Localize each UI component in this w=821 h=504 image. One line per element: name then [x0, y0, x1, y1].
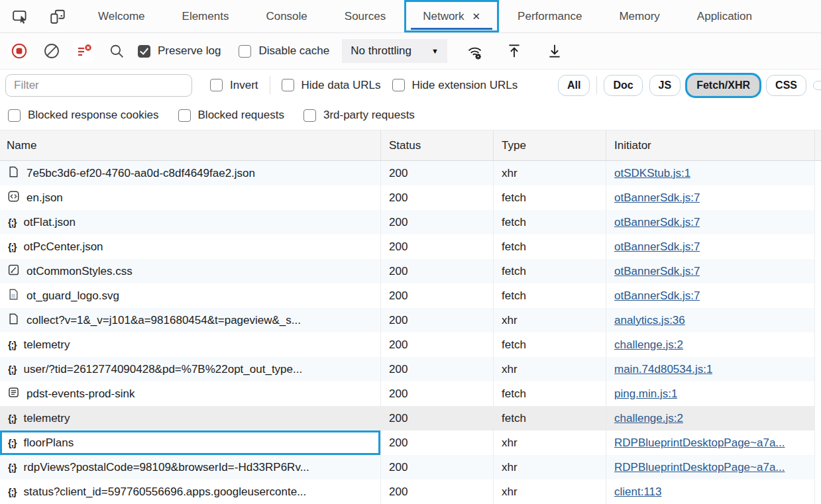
blocked-response-cookies-checkbox[interactable]: Blocked response cookies — [8, 109, 159, 122]
request-name: status?client_id=597760556696.apps.googl… — [24, 485, 307, 499]
column-header-name[interactable]: Name — [0, 130, 381, 160]
type-filter-all[interactable]: All — [558, 75, 590, 96]
throttling-dropdown[interactable]: No throttling ▼ — [342, 39, 447, 63]
search-icon[interactable] — [105, 40, 128, 62]
initiator-link[interactable]: ping.min.js:1 — [614, 387, 677, 401]
request-type: fetch — [494, 406, 606, 430]
tab-application[interactable]: Application — [679, 0, 771, 32]
network-toolbar: Preserve log Disable cache No throttling… — [0, 33, 821, 70]
initiator-link[interactable]: analytics.js:36 — [614, 314, 685, 327]
throttling-value: No throttling — [351, 44, 411, 58]
tab-performance[interactable]: Performance — [499, 0, 600, 32]
initiator-link[interactable]: challenge.js:2 — [614, 338, 683, 352]
request-status: 200 — [381, 210, 494, 234]
initiator-link[interactable]: otBannerSdk.js:7 — [614, 191, 700, 205]
export-har-icon[interactable] — [543, 40, 566, 62]
checkbox-box — [210, 79, 223, 91]
initiator-link[interactable]: otBannerSdk.js:7 — [614, 289, 700, 303]
table-row[interactable]: otCommonStyles.css 200 fetch otBannerSdk… — [0, 259, 821, 283]
column-header-status[interactable]: Status — [381, 130, 494, 160]
checkbox-label: Preserve log — [158, 44, 221, 58]
document-icon — [8, 166, 19, 181]
tab-elements[interactable]: Elements — [164, 0, 248, 32]
hide-data-urls-checkbox[interactable]: Hide data URLs — [282, 79, 381, 92]
invert-checkbox[interactable]: Invert — [210, 79, 258, 92]
table-row[interactable]: {;} otPcCenter.json 200 fetch otBannerSd… — [0, 234, 821, 259]
request-name: otFlat.json — [24, 216, 76, 229]
record-network-log-icon[interactable] — [8, 40, 30, 62]
disable-cache-checkbox[interactable]: Disable cache — [239, 44, 329, 58]
preserve-log-checkbox[interactable]: Preserve log — [138, 44, 221, 58]
request-name-cell: collect?v=1&_v=j101&a=981680454&t=pagevi… — [0, 308, 381, 332]
type-filter-fetch-xhr[interactable]: Fetch/XHR — [687, 75, 759, 96]
initiator-link[interactable]: client:113 — [614, 485, 662, 499]
filter-input[interactable] — [5, 74, 192, 97]
type-filter-css[interactable]: CSS — [766, 75, 806, 96]
request-initiator-cell: main.74d80534.js:1 — [606, 357, 815, 381]
request-name-cell: {;} floorPlans — [0, 430, 381, 455]
initiator-link[interactable]: RDPBlueprintDesktopPage~a7a... — [614, 436, 785, 450]
type-filter-doc[interactable]: Doc — [604, 75, 642, 96]
filter-active-icon[interactable] — [73, 40, 95, 62]
request-status: 200 — [381, 406, 494, 430]
image-doc-icon — [8, 289, 19, 303]
column-header-type[interactable]: Type — [494, 130, 606, 160]
initiator-link[interactable]: otBannerSdk.js:7 — [614, 216, 700, 229]
tab-console[interactable]: Console — [247, 0, 325, 32]
type-filter-js[interactable]: JS — [649, 75, 681, 96]
braces-icon: {;} — [8, 412, 17, 425]
table-row[interactable]: {;} floorPlans 200 xhr RDPBlueprintDeskt… — [0, 430, 821, 455]
request-name-cell: {;} rdpViews?postalCode=98109&browserId=… — [0, 455, 381, 479]
table-row[interactable]: {;} otFlat.json 200 fetch otBannerSdk.js… — [0, 210, 821, 234]
initiator-link[interactable]: challenge.js:2 — [614, 412, 683, 425]
request-type: fetch — [494, 185, 606, 210]
initiator-link[interactable]: main.74d80534.js:1 — [614, 363, 712, 376]
type-filter-label: Fetch/XHR — [696, 79, 750, 91]
initiator-link[interactable]: otBannerSdk.js:7 — [614, 240, 700, 254]
checkbox-label: Blocked requests — [198, 109, 284, 122]
checkbox-label: Invert — [230, 79, 258, 92]
checkbox-label: Hide data URLs — [301, 79, 381, 92]
table-row[interactable]: {;} telemetry 200 fetch challenge.js:2 — [0, 406, 821, 430]
tab-welcome[interactable]: Welcome — [80, 0, 164, 32]
table-row[interactable]: {;} telemetry 200 fetch challenge.js:2 — [0, 332, 821, 357]
tab-network[interactable]: Network ✕ — [404, 0, 499, 32]
braces-icon: {;} — [8, 240, 17, 254]
table-row[interactable]: {;} user/?tid=2612774090428&pd=%7B%22opt… — [0, 357, 821, 381]
checkbox-label: 3rd-party requests — [323, 109, 415, 122]
network-conditions-icon[interactable] — [464, 40, 486, 62]
table-row[interactable]: {;} status?client_id=597760556696.apps.g… — [0, 479, 821, 504]
initiator-link[interactable]: otBannerSdk.js:7 — [614, 265, 700, 278]
table-row[interactable]: pdst-events-prod-sink 200 fetch ping.min… — [0, 381, 821, 406]
scroll-gutter — [815, 308, 821, 332]
table-row[interactable]: 7e5bc3d6-ef20-4760-aa0d-c8df4649fae2.jso… — [0, 161, 821, 185]
table-row[interactable]: collect?v=1&_v=j101&a=981680454&t=pagevi… — [0, 308, 821, 332]
column-header-initiator[interactable]: Initiator — [606, 130, 815, 160]
request-name: otCommonStyles.css — [27, 265, 133, 278]
import-har-icon[interactable] — [503, 40, 525, 62]
type-filter-label: JS — [659, 79, 672, 91]
table-row[interactable]: en.json 200 fetch otBannerSdk.js:7 — [0, 185, 821, 210]
inspect-element-icon[interactable] — [9, 5, 32, 28]
blocked-requests-checkbox[interactable]: Blocked requests — [178, 109, 284, 122]
hide-extension-urls-checkbox[interactable]: Hide extension URLs — [392, 79, 518, 92]
table-row[interactable]: {;} rdpViews?postalCode=98109&browserId=… — [0, 455, 821, 479]
tab-label: Memory — [619, 10, 659, 23]
tab-memory[interactable]: Memory — [600, 0, 678, 32]
request-name: en.json — [27, 191, 63, 205]
request-type: xhr — [494, 357, 606, 381]
checkbox-box — [282, 79, 294, 91]
close-icon[interactable]: ✕ — [472, 11, 481, 21]
request-name-cell: {;} telemetry — [0, 406, 381, 430]
3rd-party-requests-checkbox[interactable]: 3rd-party requests — [303, 109, 415, 122]
checkbox-box — [303, 109, 316, 122]
type-filter-partial[interactable] — [813, 81, 821, 90]
device-toolbar-icon[interactable] — [46, 5, 69, 28]
request-initiator-cell: otBannerSdk.js:7 — [606, 185, 815, 210]
table-row[interactable]: ot_guard_logo.svg 200 fetch otBannerSdk.… — [0, 283, 821, 308]
clear-network-log-icon[interactable] — [40, 40, 63, 62]
request-status: 200 — [381, 479, 494, 504]
initiator-link[interactable]: otSDKStub.js:1 — [614, 167, 690, 180]
initiator-link[interactable]: RDPBlueprintDesktopPage~a7a... — [614, 461, 785, 474]
tab-sources[interactable]: Sources — [326, 0, 404, 32]
